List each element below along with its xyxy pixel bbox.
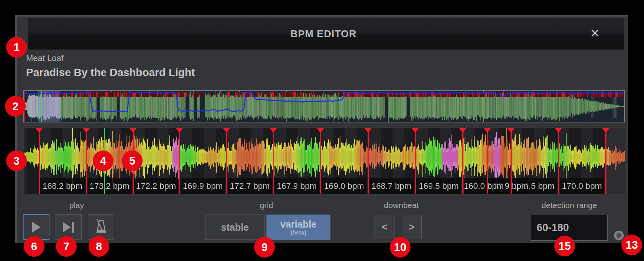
beat-marker-triangle[interactable]: [364, 128, 372, 133]
grid-stable-label: stable: [221, 222, 249, 233]
bpm-segment-label: 172.2 bpm: [134, 178, 178, 194]
beat-marker[interactable]: [179, 128, 180, 194]
chevron-left-icon: <: [382, 221, 388, 233]
chevron-right-icon: >: [409, 221, 415, 233]
beat-marker[interactable]: [511, 128, 512, 194]
detection-range-label: detection range: [542, 201, 597, 210]
grid-section-label: grid: [260, 201, 273, 210]
grid-variable-sublabel: (beta): [291, 229, 306, 236]
beat-marker-triangle[interactable]: [459, 128, 467, 133]
annotation-badge-1: 1: [6, 37, 27, 58]
grid-variable-label: variable: [280, 219, 317, 230]
annotation-badge-9: 9: [254, 237, 275, 258]
beat-marker-triangle[interactable]: [129, 128, 137, 133]
step-forward-icon: [63, 222, 74, 233]
beat-marker[interactable]: [605, 128, 606, 194]
bpm-editor-dialog: BPM EDITOR ✕ Meat Loaf Paradise By the D…: [15, 15, 628, 243]
beat-marker-triangle[interactable]: [223, 128, 230, 133]
beat-marker[interactable]: [487, 128, 488, 194]
titlebar: BPM EDITOR ✕: [28, 18, 624, 50]
beat-marker-triangle[interactable]: [176, 128, 183, 133]
overview-canvas: [24, 91, 624, 122]
bpm-segment-label: 173.2 bpm: [87, 178, 131, 194]
metronome-icon: [94, 218, 109, 236]
annotation-badge-15: 15: [554, 236, 575, 256]
track-title: Paradise By the Dashboard Light: [26, 66, 195, 79]
grid-variable-button[interactable]: variable (beta): [266, 215, 330, 240]
bpm-segment-label: 168.2 bpm: [40, 178, 85, 194]
annotation-badge-3: 3: [6, 150, 27, 171]
close-icon: ✕: [590, 27, 600, 40]
annotation-badge-10: 10: [390, 237, 411, 258]
bpm-segment-label: 168.7 bpm: [369, 178, 414, 194]
annotation-badge-6: 6: [24, 236, 44, 257]
annotation-badge-13: 13: [621, 235, 642, 255]
beat-marker[interactable]: [273, 128, 274, 194]
bpm-segment-label: 172.7 bpm: [228, 178, 272, 194]
bpm-segment-label: 169.5 bpm: [416, 178, 461, 194]
beat-marker-triangle[interactable]: [555, 128, 562, 133]
resize-grip[interactable]: [614, 231, 624, 240]
artist-name: Meat Loaf: [26, 53, 64, 63]
bpm-segment-label: 160.0 bpm: [464, 178, 504, 194]
beat-marker-triangle[interactable]: [411, 128, 419, 133]
beat-marker-triangle[interactable]: [317, 128, 324, 133]
annotation-badge-8: 8: [89, 236, 109, 257]
bpm-segment-label: 169.0 bpm: [322, 178, 366, 194]
beat-marker[interactable]: [320, 128, 321, 194]
overview-waveform[interactable]: [23, 90, 625, 122]
window-title: BPM EDITOR: [291, 18, 357, 50]
annotation-badge-4: 4: [93, 150, 113, 171]
beat-marker[interactable]: [226, 128, 227, 194]
beat-marker-triangle[interactable]: [35, 128, 43, 133]
bpm-segment-label: 169.9 bpm: [181, 178, 225, 194]
downbeat-next-button[interactable]: >: [402, 215, 422, 239]
beat-marker-triangle[interactable]: [483, 128, 491, 133]
beat-marker[interactable]: [368, 128, 369, 194]
beat-marker-triangle[interactable]: [269, 128, 277, 133]
beat-marker-triangle[interactable]: [507, 128, 515, 133]
play-icon: [32, 222, 41, 233]
beat-marker[interactable]: [86, 128, 87, 194]
bpm-segment-label: 167.9 bpm: [274, 178, 319, 194]
beat-marker-triangle[interactable]: [602, 128, 610, 133]
beat-marker[interactable]: [39, 128, 40, 194]
close-button[interactable]: ✕: [584, 18, 606, 50]
downbeat-prev-button[interactable]: <: [375, 215, 394, 239]
screen-background: BPM EDITOR ✕ Meat Loaf Paradise By the D…: [0, 0, 644, 261]
downbeat-section-label: downbeat: [384, 201, 419, 210]
annotation-badge-2: 2: [5, 96, 26, 117]
beat-marker[interactable]: [415, 128, 416, 194]
annotation-badge-7: 7: [56, 236, 77, 257]
beatgrid-waveform[interactable]: 170.0 bpm169.5 bpm173.9 bpm160.0 bpm169.…: [24, 128, 625, 194]
beat-marker-triangle[interactable]: [82, 128, 90, 133]
bpm-segment-label: 170.0 bpm: [560, 178, 604, 194]
play-section-label: play: [69, 201, 84, 210]
beat-marker[interactable]: [558, 128, 559, 194]
beat-marker[interactable]: [462, 128, 463, 194]
annotation-badge-5: 5: [122, 150, 143, 171]
grid-stable-button[interactable]: stable: [205, 215, 265, 240]
